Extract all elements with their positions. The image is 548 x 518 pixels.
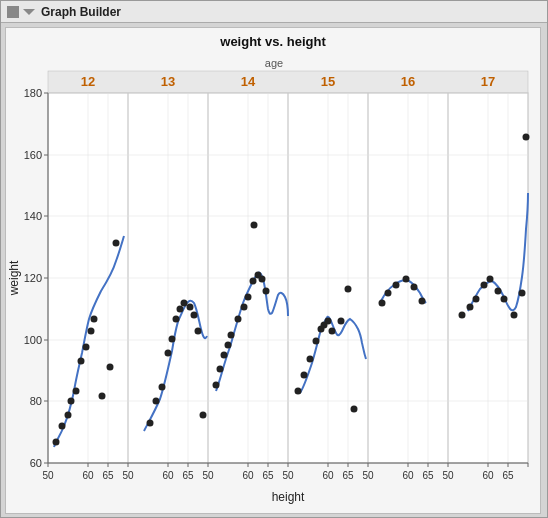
x-tick-17-65: 65 [502,470,514,481]
point-12-1 [53,439,60,446]
point-12-11 [107,364,114,371]
x-tick-14-65: 65 [262,470,274,481]
point-14-4 [225,342,232,349]
point-17-6 [495,288,502,295]
point-14-12 [263,288,270,295]
x-tick-13-65: 65 [182,470,194,481]
point-13-10 [191,312,198,319]
point-14-1 [213,382,220,389]
x-axis-label: height [272,490,305,504]
point-13-7 [177,306,184,313]
x-tick-16-65: 65 [422,470,434,481]
window-title: Graph Builder [41,5,121,19]
point-17-1 [459,312,466,319]
y-tick-140: 140 [24,210,42,222]
point-13-12 [200,412,207,419]
point-15-9 [338,318,345,325]
y-tick-180: 180 [24,87,42,99]
y-tick-120: 120 [24,272,42,284]
y-tick-100: 100 [24,334,42,346]
point-16-3 [393,282,400,289]
x-tick-12-50: 50 [42,470,54,481]
point-16-1 [379,300,386,307]
y-tick-80: 80 [30,395,42,407]
point-12-2 [59,423,66,430]
x-tick-13-60: 60 [162,470,174,481]
dropdown-icon[interactable] [23,6,35,18]
point-15-1 [295,388,302,395]
y-tick-160: 160 [24,149,42,161]
x-tick-17-50: 50 [442,470,454,481]
point-14-2 [217,366,224,373]
x-tick-14-50: 50 [202,470,214,481]
x-tick-15-65: 65 [342,470,354,481]
point-13-9 [187,304,194,311]
point-12-3 [65,412,72,419]
point-12-8 [88,328,95,335]
age-17: 17 [481,74,495,89]
point-17-2 [467,304,474,311]
point-12-6 [78,358,85,365]
point-15-3 [307,356,314,363]
x-tick-15-50: 50 [282,470,294,481]
point-17-8 [511,312,518,319]
point-13-5 [169,336,176,343]
point-14-6 [235,316,242,323]
main-plot: age 12 13 14 15 16 17 [6,51,542,513]
point-16-6 [419,298,426,305]
point-17-7 [501,296,508,303]
point-14-9 [250,278,257,285]
x-tick-13-50: 50 [122,470,134,481]
point-14-5 [228,332,235,339]
point-15-2 [301,372,308,379]
age-12: 12 [81,74,95,89]
point-13-4 [165,350,172,357]
age-16: 16 [401,74,415,89]
window: Graph Builder weight vs. height age 12 1… [0,0,548,518]
chart-area: weight vs. height age 12 13 14 15 16 17 [5,27,541,514]
y-tick-60: 60 [30,457,42,469]
point-17-9 [519,290,526,297]
age-13: 13 [161,74,175,89]
x-tick-15-60: 60 [322,470,334,481]
point-12-5 [73,388,80,395]
x-tick-16-60: 60 [402,470,414,481]
point-12-7 [83,344,90,351]
point-14-3 [221,352,228,359]
point-15-10 [345,286,352,293]
point-13-11 [195,328,202,335]
chart-title: weight vs. height [6,28,540,51]
point-17-5 [487,276,494,283]
point-13-3 [159,384,166,391]
point-17-10 [523,134,530,141]
point-13-2 [153,398,160,405]
point-12-10 [99,393,106,400]
point-17-3 [473,296,480,303]
point-12-4 [68,398,75,405]
x-tick-12-65: 65 [102,470,114,481]
title-bar: Graph Builder [1,1,547,23]
point-14-13 [251,222,258,229]
age-15: 15 [321,74,335,89]
point-13-1 [147,420,154,427]
age-axis-label: age [265,57,283,69]
point-14-7 [241,304,248,311]
point-14-8 [245,294,252,301]
point-12-9 [91,316,98,323]
svg-rect-0 [48,71,528,93]
y-axis-label: weight [7,260,21,296]
point-15-11 [351,406,358,413]
point-12-12 [113,240,120,247]
point-13-6 [173,316,180,323]
point-16-2 [385,290,392,297]
x-tick-12-60: 60 [82,470,94,481]
point-13-8 [181,300,188,307]
window-icon [7,6,19,18]
point-16-4 [403,276,410,283]
x-tick-16-50: 50 [362,470,374,481]
age-14: 14 [241,74,256,89]
point-17-4 [481,282,488,289]
x-tick-17-60: 60 [482,470,494,481]
x-tick-14-60: 60 [242,470,254,481]
point-15-8 [329,328,336,335]
